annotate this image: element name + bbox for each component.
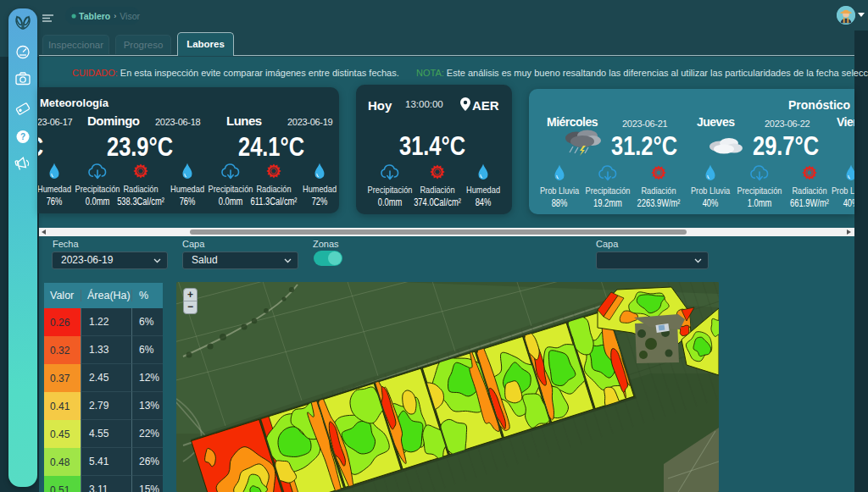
svg-text:?: ? bbox=[20, 132, 25, 141]
